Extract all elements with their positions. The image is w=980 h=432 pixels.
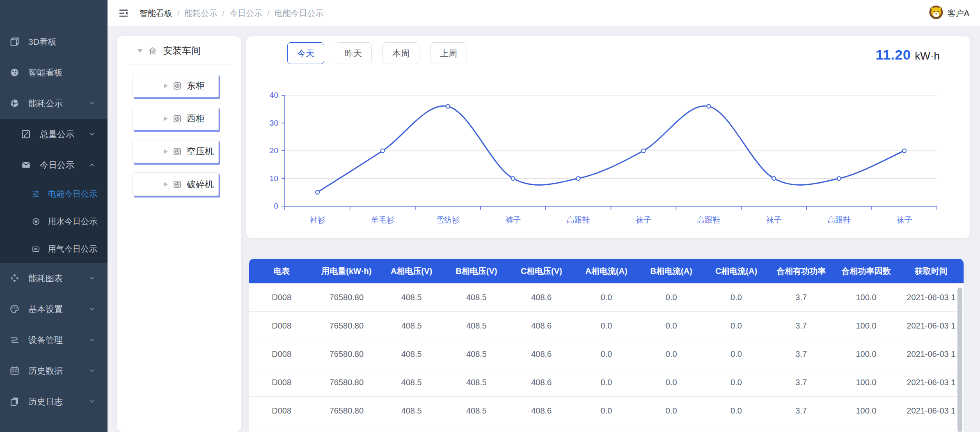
sidebar-item-今日公示[interactable]: 今日公示 — [0, 149, 108, 180]
svg-text:衬衫: 衬衫 — [309, 216, 325, 224]
sidebar-item-用水今日公示[interactable]: 用水今日公示 — [0, 208, 108, 235]
tree-item-东柜[interactable]: 东柜 — [133, 74, 219, 97]
table-scrollbar[interactable] — [957, 287, 962, 432]
meter-icon — [172, 81, 182, 91]
sidebar-item-基本设置[interactable]: 基本设置 — [0, 294, 108, 324]
sidebar-item-用气今日公示[interactable]: 用气今日公示 — [0, 235, 108, 263]
pipe-icon — [9, 334, 20, 345]
sidebar-menu: 3D看板智能看板能耗公示总量公示今日公示电能今日公示用水今日公示用气今日公示能耗… — [0, 26, 108, 417]
table-cell: 0.0 — [574, 283, 639, 312]
caret-right-icon — [164, 116, 168, 121]
svg-text:袜子: 袜子 — [636, 216, 651, 224]
lion-avatar — [928, 5, 944, 22]
svg-text:高跟鞋: 高跟鞋 — [567, 216, 590, 224]
period-tab-今天[interactable]: 今天 — [287, 42, 324, 64]
table-cell: 3.7 — [769, 397, 833, 425]
table-cell: 0.0 — [574, 312, 639, 340]
breadcrumb-separator: / — [177, 9, 180, 18]
tree-item-label: 空压机 — [187, 145, 214, 158]
sidebar-item-能耗公示[interactable]: 能耗公示 — [0, 88, 108, 119]
sidebar-item-能耗图表[interactable]: 能耗图表 — [0, 263, 108, 294]
table-cell: D008 — [249, 312, 314, 340]
table-cell: 0.0 — [574, 397, 639, 425]
sidebar-item-智能看板[interactable]: 智能看板 — [0, 57, 108, 88]
svg-text:高跟鞋: 高跟鞋 — [697, 216, 720, 224]
period-tab-昨天[interactable]: 昨天 — [335, 42, 372, 64]
total-energy-value: 11.20 — [876, 47, 911, 63]
table-cell: 3.7 — [769, 312, 833, 340]
caret-right-icon — [164, 149, 168, 154]
mail-icon — [21, 159, 32, 170]
breadcrumb-item-智能看板[interactable]: 智能看板 — [140, 8, 172, 19]
sidebar-item-电能今日公示[interactable]: 电能今日公示 — [0, 180, 108, 208]
table-cell: 76580.80 — [314, 283, 379, 312]
sidebar-item-3D看板[interactable]: 3D看板 — [0, 26, 108, 57]
sidebar-item-label: 总量公示 — [40, 129, 89, 140]
table-cell: 408.6 — [509, 397, 574, 425]
chevron-down-icon — [89, 131, 95, 137]
sidebar-item-label: 3D看板 — [28, 36, 95, 48]
sidebar-item-label: 历史日志 — [28, 396, 89, 407]
tree-root-node[interactable]: 安装车间 — [117, 36, 241, 57]
table-cell: 100.0 — [833, 283, 898, 312]
caret-down-icon — [137, 49, 142, 53]
tree-item-西柜[interactable]: 西柜 — [133, 107, 219, 130]
total-energy: 11.20 kW·h — [876, 47, 940, 63]
meter-table: 电表用电量(kW·h)A相电压(V)B相电压(V)C相电压(V)A相电流(A)B… — [249, 259, 964, 425]
column-header-C相电流(A): C相电流(A) — [704, 259, 769, 283]
edit-icon — [21, 129, 32, 140]
breadcrumb-item-能耗公示[interactable]: 能耗公示 — [185, 8, 218, 19]
chevron-up-icon — [89, 162, 95, 168]
cube-3d-icon — [9, 36, 20, 47]
breadcrumb-item-电能今日公示[interactable]: 电能今日公示 — [275, 8, 324, 19]
chevron-down-icon — [89, 306, 95, 312]
table-cell: 0.0 — [704, 312, 769, 340]
sidebar-item-总量公示[interactable]: 总量公示 — [0, 119, 108, 149]
tree-items: 东柜西柜空压机破碎机 — [117, 64, 241, 196]
table-cell: 0.0 — [639, 368, 704, 397]
column-header-C相电压(V): C相电压(V) — [509, 259, 574, 283]
svg-text:40: 40 — [270, 91, 278, 99]
column-header-A相电压(V): A相电压(V) — [379, 259, 444, 283]
table-cell: 100.0 — [833, 397, 898, 425]
svg-text:高跟鞋: 高跟鞋 — [827, 216, 851, 224]
table-cell: 408.6 — [509, 368, 574, 397]
table-cell: 0.0 — [704, 368, 769, 397]
table-cell: 408.5 — [444, 397, 509, 425]
sidebar-item-设备管理[interactable]: 设备管理 — [0, 324, 108, 355]
table-cell: 3.7 — [769, 283, 833, 312]
menu-fold-icon[interactable] — [118, 8, 129, 18]
meter-table-card: 电表用电量(kW·h)A相电压(V)B相电压(V)C相电压(V)A相电流(A)B… — [249, 259, 964, 432]
table-cell: D008 — [249, 397, 314, 425]
sidebar-item-历史日志[interactable]: 历史日志 — [0, 386, 108, 417]
sidebar-item-历史数据[interactable]: 历史数据 — [0, 355, 108, 386]
sidebar-item-label: 能耗公示 — [28, 98, 89, 109]
period-tab-本周[interactable]: 本周 — [382, 42, 419, 64]
palette-icon — [9, 303, 20, 315]
breadcrumb-item-今日公示[interactable]: 今日公示 — [229, 8, 262, 19]
table-cell: 76580.80 — [314, 340, 379, 368]
tree-item-空压机[interactable]: 空压机 — [133, 140, 219, 163]
table-cell: 408.5 — [444, 368, 509, 397]
chart-svg: 010203040衬衫羊毛衫雪纺衫裤子高跟鞋袜子高跟鞋袜子高跟鞋袜子 — [246, 36, 970, 238]
radio-icon — [31, 217, 41, 226]
table-cell: D008 — [249, 340, 314, 368]
period-tab-上周[interactable]: 上周 — [430, 42, 467, 64]
device-tree-panel: 安装车间 东柜西柜空压机破碎机 — [117, 36, 241, 432]
sidebar-submenu: 总量公示今日公示电能今日公示用水今日公示用气今日公示 — [0, 119, 108, 263]
tree-item-破碎机[interactable]: 破碎机 — [133, 172, 219, 196]
table-cell: 76580.80 — [314, 397, 379, 425]
table-cell: 0.0 — [574, 340, 639, 368]
sidebar: 3D看板智能看板能耗公示总量公示今日公示电能今日公示用水今日公示用气今日公示能耗… — [0, 0, 108, 432]
table-cell: 2021-06-03 1 — [899, 283, 964, 312]
table-cell: 100.0 — [833, 312, 898, 340]
table-cell: 408.5 — [379, 340, 444, 368]
svg-text:羊毛衫: 羊毛衫 — [371, 216, 394, 224]
table-cell: 408.6 — [509, 340, 574, 368]
table-cell: 408.5 — [444, 283, 509, 312]
tree-root-label: 安装车间 — [163, 44, 201, 57]
svg-text:10: 10 — [270, 174, 278, 183]
breadcrumb-separator: / — [267, 9, 270, 18]
user-menu[interactable]: 客户A — [928, 5, 969, 22]
column-header-合相有功功率: 合相有功功率 — [769, 259, 833, 283]
